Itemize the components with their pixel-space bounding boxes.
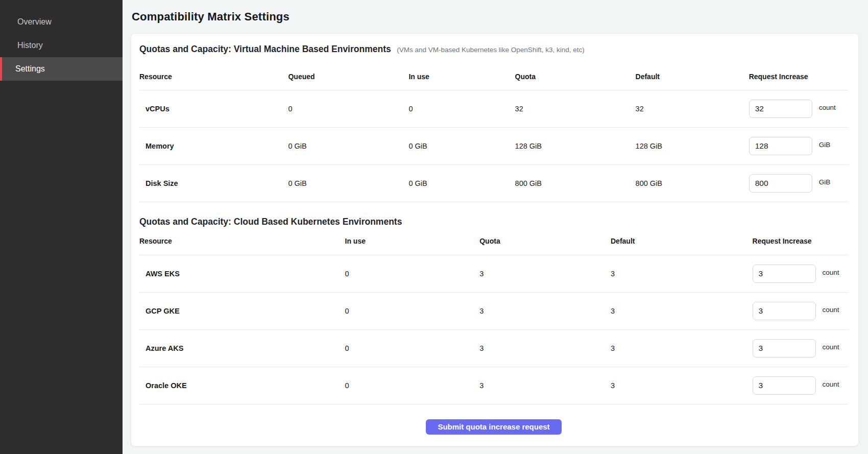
cell-in-use: 0 GiB <box>408 165 515 202</box>
cell-default: 3 <box>611 255 753 293</box>
request-increase-input[interactable] <box>749 100 812 118</box>
unit-label: count <box>823 269 839 276</box>
column-header-default: Default <box>611 231 753 255</box>
cell-resource: Azure AKS <box>139 330 345 367</box>
cell-default: 3 <box>611 293 753 330</box>
column-header-quota: Quota <box>479 231 611 255</box>
vm-section-header: Quotas and Capacity: Virtual Machine Bas… <box>139 44 848 55</box>
cell-queued: 0 GiB <box>288 165 408 202</box>
sidebar-item-label: Settings <box>15 64 45 74</box>
cell-quota: 3 <box>479 330 611 367</box>
submit-row: Submit quota increase request <box>139 419 848 435</box>
cell-request-increase: count <box>749 90 848 128</box>
cell-request-increase: count <box>753 255 848 293</box>
sidebar-item-history[interactable]: History <box>0 34 123 57</box>
vm-section-title: Quotas and Capacity: Virtual Machine Bas… <box>139 44 391 54</box>
cloud-table-row: Azure AKS 0 3 3 count <box>139 330 848 367</box>
request-increase-input[interactable] <box>753 302 816 320</box>
cell-request-increase: GiB <box>749 128 848 165</box>
column-header-in-use: In use <box>408 58 515 90</box>
cloud-table-row: AWS EKS 0 3 3 count <box>139 255 848 293</box>
cloud-table-header-row: Resource In use Quota Default Request In… <box>139 231 848 255</box>
column-header-resource: Resource <box>139 58 288 90</box>
cell-resource: Oracle OKE <box>139 367 345 404</box>
vm-table-row: vCPUs 0 0 32 32 count <box>139 90 848 128</box>
cell-in-use: 0 <box>408 90 515 128</box>
cloud-table-row: GCP GKE 0 3 3 count <box>139 293 848 330</box>
cell-request-increase: count <box>753 330 848 367</box>
column-header-resource: Resource <box>139 231 345 255</box>
cell-quota: 3 <box>479 255 611 293</box>
cell-in-use: 0 <box>345 367 480 404</box>
sidebar: Overview History Settings <box>0 0 123 454</box>
column-header-request-increase: Request Increase <box>749 58 848 90</box>
page-title: Compatibility Matrix Settings <box>132 10 859 23</box>
cell-resource: Disk Size <box>139 165 288 202</box>
request-increase-input[interactable] <box>749 137 812 155</box>
unit-label: count <box>819 104 836 111</box>
cell-resource: GCP GKE <box>139 293 345 330</box>
cloud-quota-table: Resource In use Quota Default Request In… <box>139 231 848 404</box>
cell-resource: AWS EKS <box>139 255 345 293</box>
column-header-quota: Quota <box>515 58 636 90</box>
cell-resource: Memory <box>139 128 288 165</box>
sidebar-item-settings[interactable]: Settings <box>0 57 123 81</box>
column-header-request-increase: Request Increase <box>753 231 848 255</box>
column-header-in-use: In use <box>345 231 480 255</box>
cell-in-use: 0 <box>345 293 480 330</box>
cell-default: 3 <box>611 367 753 404</box>
cloud-section-title: Quotas and Capacity: Cloud Based Kuberne… <box>139 217 402 227</box>
column-header-default: Default <box>636 58 749 90</box>
request-increase-input[interactable] <box>753 376 816 395</box>
unit-label: count <box>823 380 839 388</box>
cell-quota: 800 GiB <box>515 165 636 202</box>
submit-quota-button[interactable]: Submit quota increase request <box>426 419 561 435</box>
cell-request-increase: count <box>753 367 848 404</box>
sidebar-item-overview[interactable]: Overview <box>0 10 123 34</box>
cell-default: 128 GiB <box>636 128 749 165</box>
cloud-table-row: Oracle OKE 0 3 3 count <box>139 367 848 404</box>
unit-label: GiB <box>819 178 831 186</box>
cell-queued: 0 GiB <box>288 128 408 165</box>
sidebar-nav: Overview History Settings <box>0 10 123 81</box>
column-header-queued: Queued <box>288 58 408 90</box>
unit-label: GiB <box>819 141 831 149</box>
cell-quota: 128 GiB <box>515 128 636 165</box>
unit-label: count <box>823 306 839 314</box>
cell-default: 3 <box>611 330 753 367</box>
cell-in-use: 0 <box>345 330 480 367</box>
vm-table-row: Disk Size 0 GiB 0 GiB 800 GiB 800 GiB Gi… <box>139 165 848 202</box>
request-increase-input[interactable] <box>753 265 816 283</box>
sidebar-item-label: Overview <box>17 17 52 27</box>
sidebar-item-label: History <box>17 41 43 50</box>
cell-default: 800 GiB <box>636 165 749 202</box>
cell-queued: 0 <box>288 90 408 128</box>
vm-quota-table: Resource Queued In use Quota Default Req… <box>139 58 848 202</box>
cell-request-increase: GiB <box>749 165 848 202</box>
settings-card: Quotas and Capacity: Virtual Machine Bas… <box>131 33 859 446</box>
cell-request-increase: count <box>753 293 848 330</box>
vm-table-row: Memory 0 GiB 0 GiB 128 GiB 128 GiB GiB <box>139 128 848 165</box>
cell-default: 32 <box>636 90 749 128</box>
vm-section-subtitle: (VMs and VM-based Kubernetes like OpenSh… <box>397 46 585 54</box>
cloud-section-header: Quotas and Capacity: Cloud Based Kuberne… <box>139 217 848 227</box>
unit-label: count <box>823 343 839 351</box>
cell-resource: vCPUs <box>139 90 288 128</box>
request-increase-input[interactable] <box>749 174 812 193</box>
cell-in-use: 0 GiB <box>408 128 515 165</box>
vm-table-header-row: Resource Queued In use Quota Default Req… <box>139 58 848 90</box>
cell-quota: 32 <box>515 90 636 128</box>
cell-quota: 3 <box>479 293 611 330</box>
request-increase-input[interactable] <box>753 339 816 357</box>
cell-in-use: 0 <box>345 255 480 293</box>
cell-quota: 3 <box>479 367 611 404</box>
main-content: Compatibility Matrix Settings Quotas and… <box>123 0 868 454</box>
